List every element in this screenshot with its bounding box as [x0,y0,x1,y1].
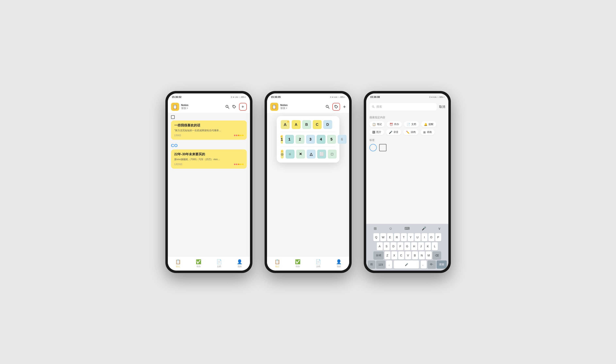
key-z[interactable]: Z [384,251,390,260]
cancel-button[interactable]: 取消 [439,105,445,109]
tag-opt-circle[interactable]: ○ [286,150,295,158]
co-label: CO [171,143,247,148]
kb-keyboard-icon[interactable]: ⌨ [404,225,411,232]
tag-opt-bookmark[interactable]: ⬜ [317,150,326,158]
filter-notes[interactable]: 📋 笔记 [370,121,385,127]
bottom-nav-1: 📋 笔记 ✅ 待办 📄 文档 👤 我的 [168,256,250,271]
tags-section-title: 标签 [370,138,445,142]
search-section-title: 搜索指定内容 [370,116,445,119]
key-g[interactable]: G [404,242,410,250]
svg-line-7 [373,107,374,108]
nav-notes-2[interactable]: 📋 笔记 [274,259,280,268]
filter-docs[interactable]: 📄 文档 [404,121,419,127]
search-icon-2[interactable] [326,105,329,109]
key-m[interactable]: M [426,251,432,260]
key-p[interactable]: P [435,233,441,241]
key-n[interactable]: N [419,251,425,260]
tag-opt-x[interactable]: ✕ [296,150,305,158]
nav-docs-2[interactable]: 📄 文档 [315,259,321,268]
nav-docs-1[interactable]: 📄 文档 [216,259,222,268]
app-subtitle-2[interactable]: 张张 > [280,106,288,110]
tag-filter-circle[interactable] [370,144,377,151]
search-header: 搜索 取消 [366,101,448,113]
tag-opt-3-blue[interactable]: 3 [306,135,315,144]
key-b[interactable]: B [412,251,418,260]
key-d[interactable]: D [390,242,397,250]
tag-opt-square[interactable]: □ [328,150,337,158]
key-x[interactable]: X [391,251,397,260]
key-j[interactable]: J [418,242,424,250]
kb-expand-icon[interactable]: ∨ [437,225,441,232]
key-f[interactable]: F [397,242,403,250]
note-card-1[interactable]: 一些我很喜欢的话 "努力活完短短的一生把成果留给后代继承… 2月8日 [171,120,247,140]
kb-grid-icon[interactable]: ⊞ [373,225,378,232]
svg-point-5 [335,106,336,106]
key-v[interactable]: V [405,251,411,260]
tag-opt-6-blue[interactable]: 6 [338,135,347,144]
header-left-2: 📋 Notes 张张 > [270,103,288,111]
status-time-3: 15:36:08 [370,96,380,99]
tag-opt-4-teal[interactable]: 4 [317,135,326,144]
tag-opt-2-green[interactable]: 2 [296,135,304,144]
tag-opt-a-yellow[interactable]: A [292,120,301,129]
key-comma[interactable]: ， [386,260,392,269]
key-a[interactable]: A [377,242,383,250]
kb-mic-icon[interactable]: 🎤 [421,225,427,232]
tag-icon-1[interactable] [232,105,236,109]
key-y[interactable]: Y [408,233,414,241]
key-chinese[interactable]: 中· [427,260,436,269]
add-button-1[interactable]: + [239,103,247,111]
tag-opt-b-green[interactable]: B [302,120,311,129]
key-h[interactable]: H [411,242,417,250]
nav-profile-2[interactable]: 👤 我的 [336,259,342,268]
status-time-1: 15:36:02 [172,96,182,99]
filter-table[interactable]: ⊞ 表格 [421,129,435,135]
add-icon-2[interactable]: + [343,104,346,110]
tag-button-highlighted[interactable] [332,103,340,111]
key-123[interactable]: 123 [376,260,385,269]
key-r[interactable]: R [394,233,400,241]
note-card-2[interactable]: 22年-30年未来要买的 新vivo旗舰机（7000）汽车（15万）vivo… … [171,149,247,169]
key-period[interactable]: 。 [421,260,427,269]
nav-todo-1[interactable]: ✅ 待办 [196,259,201,268]
tag-opt-d-blue[interactable]: D [323,120,332,129]
nav-notes-1[interactable]: 📋 笔记 [175,259,181,268]
key-search[interactable]: 搜索 [437,260,447,269]
key-q[interactable]: Q [373,233,379,241]
app-subtitle-1[interactable]: 张张 > [181,106,189,110]
key-o[interactable]: O [428,233,434,241]
filter-reminder[interactable]: 🔔 提醒 [421,121,436,127]
note-dots-1 [234,135,244,136]
tag-opt-1-teal[interactable]: 1 [285,135,294,144]
tag-opt-triangle[interactable]: △ [307,150,315,158]
filter-audio[interactable]: 🎤 录音 [386,129,401,135]
app-icon-1: 📋 [171,103,179,111]
search-input[interactable]: 搜索 [376,105,382,109]
filter-photo[interactable]: 🖼 照片 [370,129,384,135]
key-e[interactable]: E [387,233,393,241]
tag-opt-5-green[interactable]: 5 [327,135,336,144]
key-fu[interactable]: 符 [368,260,375,269]
key-u[interactable]: U [415,233,421,241]
key-space[interactable]: 🎤 [394,260,419,269]
key-i[interactable]: I [422,233,427,241]
key-l[interactable]: L [432,242,438,250]
key-backspace[interactable]: ⌫ [433,251,441,260]
tag-filter-square[interactable] [379,144,386,151]
preview-sym: ◎ [281,150,284,158]
key-t[interactable]: T [401,233,407,241]
key-w[interactable]: W [380,233,386,241]
tag-opt-c-yellow[interactable]: C [313,120,322,129]
search-icon-1[interactable] [225,105,229,109]
key-c[interactable]: C [398,251,404,260]
nav-todo-2[interactable]: ✅ 待办 [295,259,301,268]
key-k[interactable]: K [425,242,431,250]
app-header-2: 📋 Notes 张张 > [267,101,349,113]
filter-todo[interactable]: ⏰ 待办 [387,121,402,127]
key-fenci[interactable]: 分词 [373,251,383,260]
key-s[interactable]: S [383,242,390,250]
kb-emoji-icon[interactable]: ☺ [388,226,393,232]
filter-sketch[interactable]: ✏️ 涂鸦 [403,129,418,135]
nav-profile-1[interactable]: 👤 我的 [237,259,242,268]
search-box[interactable]: 搜索 [370,103,437,111]
